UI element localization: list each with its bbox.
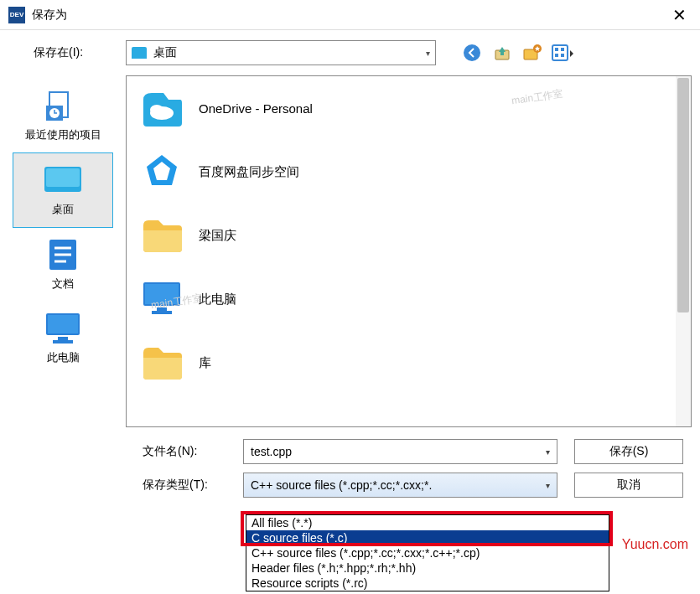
svg-rect-4 xyxy=(552,45,568,60)
filetype-value: C++ source files (*.cpp;*.cc;*.cxx;*. xyxy=(251,478,546,492)
desktop-icon xyxy=(43,163,83,197)
filename-row: 文件名(N): test.cpp ▾ 保存(S) xyxy=(143,439,683,464)
svg-rect-6 xyxy=(561,48,564,51)
sidebar-item-desktop[interactable]: 桌面 xyxy=(13,152,113,228)
list-item[interactable]: OneDrive - Personal xyxy=(127,76,691,140)
filetype-combo[interactable]: C++ source files (*.cpp;*.cc;*.cxx;*. ▾ xyxy=(243,473,557,498)
svg-rect-5 xyxy=(555,48,558,51)
svg-rect-27 xyxy=(152,311,172,314)
list-item[interactable]: 百度网盘同步空间 xyxy=(127,140,691,204)
documents-icon xyxy=(43,238,83,271)
folder-icon xyxy=(138,339,185,386)
new-folder-icon xyxy=(522,44,542,62)
view-menu-button[interactable] xyxy=(552,42,573,64)
back-button[interactable] xyxy=(461,42,483,64)
file-name: 梁国庆 xyxy=(199,228,236,244)
recent-icon xyxy=(43,89,83,122)
svg-rect-21 xyxy=(53,340,73,343)
list-item[interactable]: 梁国庆 xyxy=(127,204,691,267)
chevron-down-icon: ▾ xyxy=(546,481,550,490)
filename-value: test.cpp xyxy=(251,445,546,458)
titlebar: DEV 保存为 ✕ xyxy=(0,0,700,30)
body-area: 最近使用的项目 桌面 文档 此电脑 OneDrive - Personal xyxy=(0,75,700,427)
view-icon xyxy=(552,44,573,62)
site-watermark: Yuucn.com xyxy=(622,537,688,552)
svg-rect-25 xyxy=(145,284,179,304)
location-text: 桌面 xyxy=(153,45,426,60)
svg-rect-26 xyxy=(157,307,167,311)
svg-point-23 xyxy=(150,105,163,115)
folder-icon xyxy=(132,47,147,59)
places-sidebar: 最近使用的项目 桌面 文档 此电脑 xyxy=(0,75,126,427)
chevron-down-icon: ▾ xyxy=(426,49,430,58)
filetype-label: 保存类型(T): xyxy=(143,478,235,493)
sidebar-item-label: 文档 xyxy=(52,276,74,292)
toolbar xyxy=(461,42,573,64)
svg-rect-7 xyxy=(555,54,558,57)
save-button[interactable]: 保存(S) xyxy=(574,439,683,464)
file-name: 库 xyxy=(199,355,211,371)
app-icon: DEV xyxy=(8,7,25,23)
up-button[interactable] xyxy=(491,42,513,64)
cancel-button[interactable]: 取消 xyxy=(574,473,683,498)
filetype-row: 保存类型(T): C++ source files (*.cpp;*.cc;*.… xyxy=(143,473,683,498)
sidebar-item-label: 此电脑 xyxy=(47,350,80,365)
location-row: 保存在(I): 桌面 ▾ xyxy=(0,30,700,75)
sidebar-item-recent[interactable]: 最近使用的项目 xyxy=(13,79,113,152)
baidu-icon xyxy=(138,148,185,195)
file-name: 百度网盘同步空间 xyxy=(199,164,299,180)
location-label: 保存在(I): xyxy=(34,45,117,60)
svg-rect-8 xyxy=(561,54,564,57)
list-item[interactable]: 此电脑 xyxy=(127,267,691,331)
close-button[interactable]: ✕ xyxy=(666,5,692,25)
thispc-icon xyxy=(138,276,185,323)
up-folder-icon xyxy=(493,44,511,62)
filename-combo[interactable]: test.cpp ▾ xyxy=(243,439,557,464)
filename-label: 文件名(N): xyxy=(143,444,235,459)
file-name: OneDrive - Personal xyxy=(199,101,313,116)
svg-rect-19 xyxy=(48,315,78,333)
dropdown-option[interactable]: C++ source files (*.cpp;*.cc;*.cxx;*.c++… xyxy=(246,545,609,560)
folder-icon xyxy=(138,212,185,259)
dropdown-option[interactable]: Resource scripts (*.rc) xyxy=(246,576,609,591)
filetype-dropdown[interactable]: All files (*.*) C source files (*.c) C++… xyxy=(246,514,609,591)
chevron-down-icon: ▾ xyxy=(546,447,550,457)
thispc-icon xyxy=(43,312,83,345)
bottom-form: 文件名(N): test.cpp ▾ 保存(S) 保存类型(T): C++ so… xyxy=(0,427,700,514)
onedrive-icon xyxy=(138,85,185,132)
window-title: 保存为 xyxy=(32,8,666,23)
scroll-thumb[interactable] xyxy=(677,78,689,312)
svg-rect-20 xyxy=(58,337,68,340)
new-folder-button[interactable] xyxy=(521,42,543,64)
back-icon xyxy=(463,44,481,62)
sidebar-item-thispc[interactable]: 此电脑 xyxy=(13,302,113,375)
file-list[interactable]: OneDrive - Personal 百度网盘同步空间 梁国庆 此电脑 库 xyxy=(126,75,692,427)
location-combo[interactable]: 桌面 ▾ xyxy=(126,40,436,65)
sidebar-item-documents[interactable]: 文档 xyxy=(13,228,113,302)
svg-point-0 xyxy=(464,44,480,61)
dropdown-option[interactable]: C source files (*.c) xyxy=(246,530,609,545)
sidebar-item-label: 最近使用的项目 xyxy=(25,127,101,142)
file-name: 此电脑 xyxy=(199,292,236,307)
list-item[interactable]: 库 xyxy=(127,331,691,395)
dropdown-option[interactable]: Header files (*.h;*.hpp;*.rh;*.hh) xyxy=(246,560,609,576)
dropdown-option[interactable]: All files (*.*) xyxy=(246,515,609,530)
sidebar-item-label: 桌面 xyxy=(52,202,74,217)
svg-rect-13 xyxy=(46,168,80,187)
scrollbar[interactable] xyxy=(676,76,691,426)
